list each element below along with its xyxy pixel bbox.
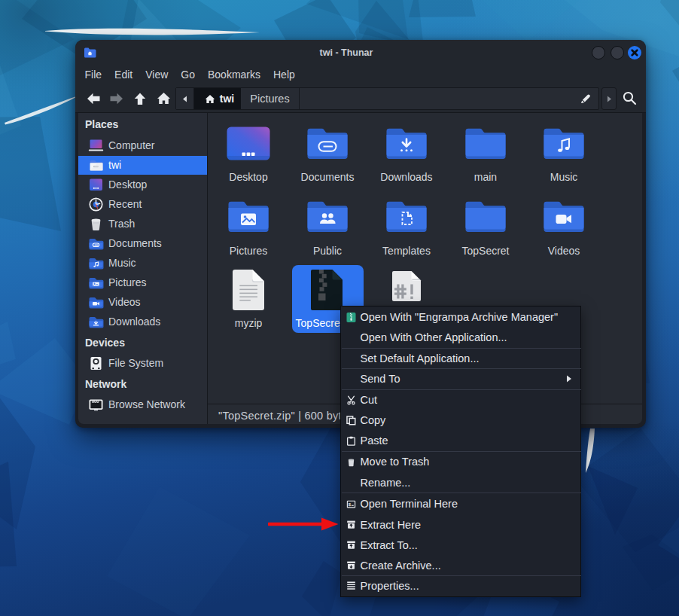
svg-text:$: $ (349, 502, 352, 507)
